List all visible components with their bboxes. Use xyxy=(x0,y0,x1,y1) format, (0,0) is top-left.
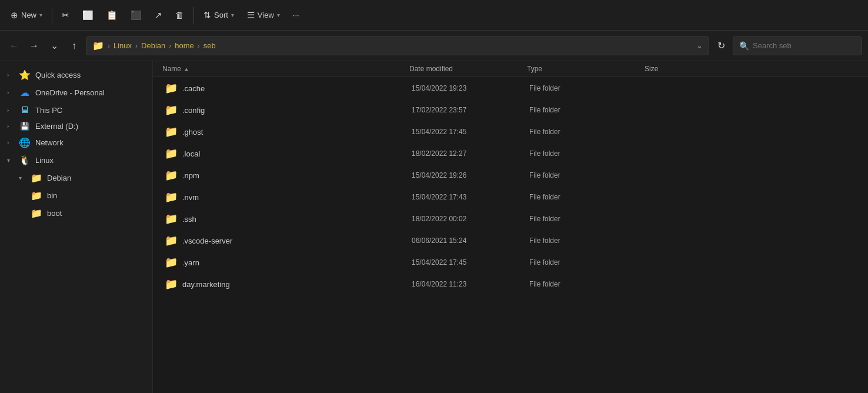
sidebar-item-quick-access[interactable]: › ⭐ Quick access xyxy=(2,66,150,84)
breadcrumb-sep3: › xyxy=(198,42,200,50)
delete-button[interactable]: 🗑 xyxy=(169,5,190,26)
forward-button[interactable]: → xyxy=(26,38,42,54)
file-date: 15/04/2022 19:26 xyxy=(412,171,529,179)
file-type: File folder xyxy=(529,171,647,179)
breadcrumb-home: home xyxy=(175,41,194,50)
breadcrumb-sep1: › xyxy=(135,42,138,50)
onedrive-label: OneDrive - Personal xyxy=(35,88,145,97)
more-button[interactable]: ··· xyxy=(287,5,305,26)
view-button[interactable]: ☰ View ▾ xyxy=(241,5,286,26)
network-chevron: › xyxy=(7,139,14,146)
quick-access-icon: ⭐ xyxy=(19,69,31,81)
up-button[interactable]: ↑ xyxy=(66,38,82,54)
new-chevron: ▾ xyxy=(39,12,42,18)
boot-label: boot xyxy=(47,209,145,218)
file-name: .nvm xyxy=(182,193,412,202)
debian-icon: 📁 xyxy=(31,172,42,184)
sidebar-item-external-d[interactable]: › 💾 External (D:) xyxy=(2,119,150,134)
table-row[interactable]: 📁 .cache 15/04/2022 19:23 File folder xyxy=(155,78,866,99)
col-date-header[interactable]: Date modified xyxy=(409,65,527,73)
file-type: File folder xyxy=(529,84,647,92)
rename-button[interactable]: ⬛ xyxy=(125,5,148,26)
recent-button[interactable]: ⌄ xyxy=(46,38,62,54)
file-type: File folder xyxy=(529,193,647,201)
copy-button[interactable]: ⬜ xyxy=(76,5,99,26)
table-row[interactable]: 📁 .local 18/02/2022 12:27 File folder xyxy=(155,143,866,164)
table-row[interactable]: 📁 .vscode-server 06/06/2021 15:24 File f… xyxy=(155,230,866,251)
sort-button[interactable]: ⇅ Sort ▾ xyxy=(198,5,240,26)
sidebar-item-network[interactable]: › 🌐 Network xyxy=(2,134,150,151)
file-name: .yarn xyxy=(182,258,412,267)
quick-access-chevron: › xyxy=(7,72,14,78)
table-row[interactable]: 📁 .ssh 18/02/2022 00:02 File folder xyxy=(155,208,866,229)
breadcrumb-sep0: › xyxy=(108,42,110,50)
col-type-header[interactable]: Type xyxy=(527,65,645,73)
file-name: .ssh xyxy=(182,215,412,224)
bin-label: bin xyxy=(47,191,145,200)
sep2 xyxy=(193,7,194,24)
new-icon: ⊕ xyxy=(11,10,18,21)
sidebar-item-this-pc[interactable]: › 🖥 This PC xyxy=(2,102,150,118)
column-headers: Name ▲ Date modified Type Size xyxy=(153,61,868,77)
folder-icon: 📁 xyxy=(165,191,178,204)
address-chevron: ⌄ xyxy=(696,41,703,50)
toolbar: ⊕ New ▾ ✂ ⬜ 📋 ⬛ ↗ 🗑 ⇅ Sort ▾ ☰ View ▾ ··… xyxy=(0,0,868,31)
file-date: 15/04/2022 17:45 xyxy=(412,128,529,136)
onedrive-icon: ☁ xyxy=(19,87,31,98)
folder-icon: 📁 xyxy=(165,256,178,269)
breadcrumb-linux: Linux xyxy=(113,41,132,50)
back-button[interactable]: ← xyxy=(6,38,22,54)
file-type: File folder xyxy=(529,258,647,267)
file-date: 06/06/2021 15:24 xyxy=(412,237,529,245)
new-button[interactable]: ⊕ New ▾ xyxy=(5,5,48,26)
col-size-header[interactable]: Size xyxy=(645,65,868,73)
breadcrumb-root-icon: 📁 xyxy=(92,40,104,51)
folder-icon: 📁 xyxy=(165,82,178,95)
linux-chevron: ▾ xyxy=(7,157,14,164)
file-area: Name ▲ Date modified Type Size 📁 .cache … xyxy=(153,61,868,393)
file-date: 18/02/2022 12:27 xyxy=(412,149,529,158)
table-row[interactable]: 📁 .nvm 15/04/2022 17:43 File folder xyxy=(155,186,866,208)
new-label: New xyxy=(21,11,36,19)
this-pc-chevron: › xyxy=(7,107,14,114)
file-date: 15/04/2022 17:43 xyxy=(412,193,529,201)
table-row[interactable]: 📁 .npm 15/04/2022 19:26 File folder xyxy=(155,165,866,186)
file-name: .vscode-server xyxy=(182,237,412,245)
onedrive-chevron: › xyxy=(7,89,14,96)
table-row[interactable]: 📁 .ghost 15/04/2022 17:45 File folder xyxy=(155,121,866,142)
search-input[interactable] xyxy=(753,41,856,50)
sidebar-item-onedrive[interactable]: › ☁ OneDrive - Personal xyxy=(2,84,150,101)
paste-button[interactable]: 📋 xyxy=(101,5,123,26)
file-name: .config xyxy=(182,106,412,115)
col-name-header[interactable]: Name ▲ xyxy=(162,65,409,73)
network-icon: 🌐 xyxy=(19,137,31,148)
search-bar[interactable]: 🔍 xyxy=(733,36,862,55)
sidebar: › ⭐ Quick access › ☁ OneDrive - Personal… xyxy=(0,61,153,393)
main-area: › ⭐ Quick access › ☁ OneDrive - Personal… xyxy=(0,61,868,393)
table-row[interactable]: 📁 day.marketing 16/04/2022 11:23 File fo… xyxy=(155,274,866,295)
cut-button[interactable]: ✂ xyxy=(56,5,75,26)
share-icon: ↗ xyxy=(155,10,162,21)
quick-access-label: Quick access xyxy=(35,71,145,79)
sidebar-item-bin[interactable]: 📁 bin xyxy=(2,187,150,204)
sidebar-item-boot[interactable]: 📁 boot xyxy=(2,205,150,222)
boot-icon: 📁 xyxy=(31,208,42,219)
addressbar-row: ← → ⌄ ↑ 📁 › Linux › Debian › home › seb … xyxy=(0,31,868,61)
paste-icon: 📋 xyxy=(106,10,118,21)
sidebar-item-debian[interactable]: ▾ 📁 Debian xyxy=(2,169,150,186)
sort-chevron: ▾ xyxy=(231,12,234,18)
sidebar-item-linux[interactable]: ▾ 🐧 Linux xyxy=(2,152,150,169)
external-d-label: External (D:) xyxy=(35,122,145,131)
folder-icon: 📁 xyxy=(165,212,178,225)
folder-icon: 📁 xyxy=(165,278,178,291)
table-row[interactable]: 📁 .yarn 15/04/2022 17:45 File folder xyxy=(155,252,866,273)
refresh-button[interactable]: ↻ xyxy=(713,38,729,54)
view-label: View xyxy=(258,11,274,19)
file-type: File folder xyxy=(529,215,647,223)
sep1 xyxy=(52,7,52,24)
share-button[interactable]: ↗ xyxy=(149,5,168,26)
folder-icon: 📁 xyxy=(165,234,178,247)
this-pc-label: This PC xyxy=(35,106,145,115)
address-bar[interactable]: 📁 › Linux › Debian › home › seb ⌄ xyxy=(86,36,709,55)
table-row[interactable]: 📁 .config 17/02/2022 23:57 File folder xyxy=(155,99,866,121)
